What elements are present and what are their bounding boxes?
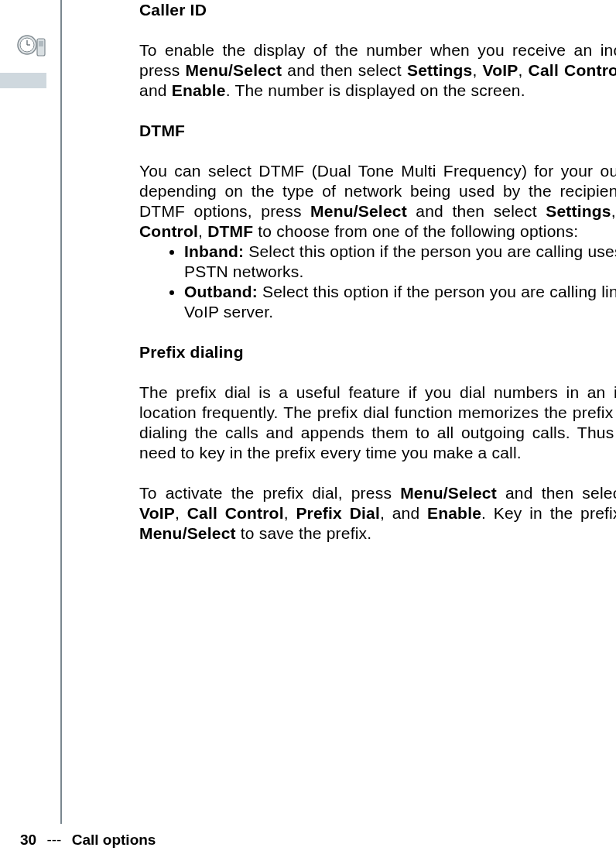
inband-label: Inband: [184,242,244,260]
enable-label: Enable [172,81,226,99]
heading-dtmf: DTMF [139,121,616,141]
side-tab-marker [0,73,46,88]
text: , [198,222,207,240]
voip-label: VoIP [139,504,175,522]
outband-label: Outband: [184,283,258,300]
vertical-divider [60,0,62,824]
text: and then select [282,61,407,79]
list-item: Outband: Select this option if the perso… [184,282,616,322]
text: , [611,202,616,220]
svg-rect-5 [39,41,43,46]
call-control-label: Call Control [187,504,284,522]
page-number: 30 [20,832,36,848]
caller-id-paragraph: To enable the display of the number when… [139,40,616,101]
text: . Key in the prefix and press [481,504,616,522]
clock-phone-icon [17,34,48,59]
text: to save the prefix. [236,524,372,542]
prefix-dial-label: Prefix Dial [296,504,380,522]
text: . The number is displayed on the screen. [226,81,525,99]
menu-select-label: Menu/Select [185,61,282,79]
text: , [175,504,187,522]
menu-select-label: Menu/Select [310,202,407,220]
heading-prefix-dialing: Prefix dialing [139,342,616,362]
text: and then select [407,202,546,220]
text: to choose from one of the following opti… [253,222,578,240]
footer-separator: --- [46,832,61,848]
manual-page: Caller ID To enable the display of the n… [0,0,616,861]
menu-select-label: Menu/Select [400,484,497,502]
footer-title: Call options [72,832,156,848]
page-footer: 30 --- Call options [20,832,156,849]
dtmf-paragraph: You can select DTMF (Dual Tone Multi Fre… [139,161,616,242]
page-content: Caller ID To enable the display of the n… [139,0,616,564]
text: Select this option if the person you are… [184,242,616,280]
text: , [284,504,296,522]
voip-label: VoIP [483,61,518,79]
dtmf-options-list: Inband: Select this option if the person… [139,242,616,322]
call-control-label: Call Control [529,61,616,79]
settings-label: Settings [407,61,472,79]
text: and then select [497,484,616,502]
text: , and [380,504,427,522]
text: , [472,61,482,79]
menu-select-label: Menu/Select [139,524,236,542]
prefix-dialing-paragraph-2: To activate the prefix dial, press Menu/… [139,483,616,544]
text: To activate the prefix dial, press [139,484,400,502]
heading-caller-id: Caller ID [139,0,616,20]
prefix-dialing-paragraph-1: The prefix dial is a useful feature if y… [139,382,616,463]
enable-label: Enable [427,504,481,522]
text: , [518,61,528,79]
dtmf-label: DTMF [207,222,253,240]
list-item: Inband: Select this option if the person… [184,242,616,282]
settings-label: Settings [546,202,611,220]
